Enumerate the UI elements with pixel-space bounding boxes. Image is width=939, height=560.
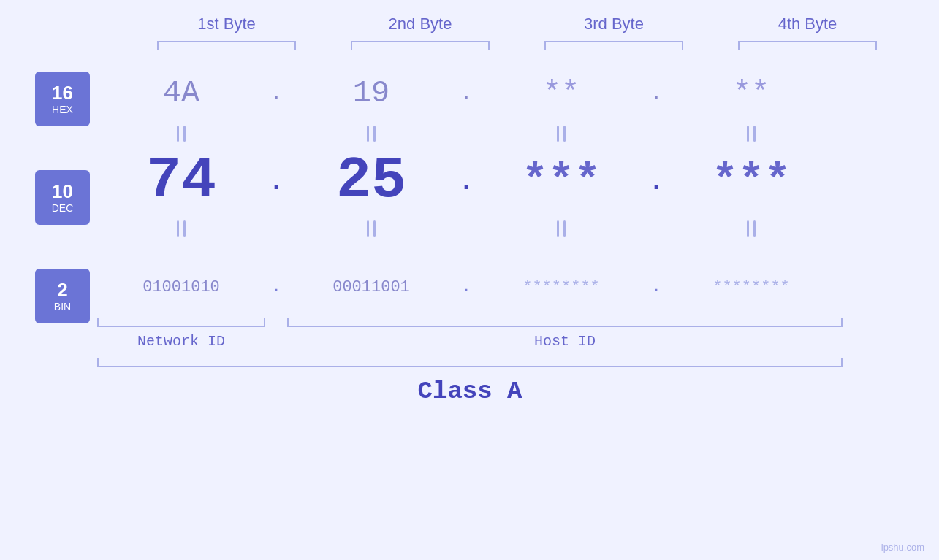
badges-column: 16 HEX 10 DEC 2 BIN [0, 64, 90, 367]
double-bar-5 [177, 220, 186, 237]
id-labels-container: Network ID Host ID [97, 333, 843, 350]
bin-dot-2: . [455, 278, 477, 296]
dec-value-4: *** [712, 156, 791, 206]
double-bar-3 [557, 126, 566, 142]
page-container: 1st Byte 2nd Byte 3rd Byte 4th Byte 16 H… [0, 0, 939, 560]
bin-cell-1: 01001010 [97, 278, 265, 296]
hex-cell-2: 19 [287, 76, 455, 111]
dec-cell-1: 74 [97, 152, 265, 210]
id-label-gap [265, 333, 287, 350]
dec-cell-3: *** [477, 156, 645, 206]
badge-bin: 2 BIN [35, 269, 90, 323]
byte-label-1: 1st Byte [142, 15, 311, 34]
hex-dot-3: . [645, 81, 667, 106]
bracket-3 [544, 41, 683, 50]
badge-bin-label: BIN [54, 301, 71, 312]
double-bar-6 [367, 220, 376, 237]
bin-value-3: ******** [522, 278, 600, 296]
bottom-bracket-gap-1 [265, 318, 287, 327]
bottom-bracket-network [97, 318, 265, 327]
dec-data-row: 74 . 25 . *** . *** [97, 145, 843, 218]
badge-dec-number: 10 [52, 181, 73, 202]
class-label-container: Class A [97, 377, 843, 405]
byte-label-3: 3rd Byte [530, 15, 698, 34]
sep-cell-3 [477, 126, 645, 142]
dec-value-2: 25 [336, 152, 406, 210]
network-id-label: Network ID [97, 333, 265, 350]
hex-cell-4: ** [667, 76, 835, 111]
sep-cell-8 [667, 220, 835, 237]
byte-label-2: 2nd Byte [336, 15, 504, 34]
bin-value-4: ******** [712, 278, 790, 296]
dec-dot-3: . [645, 165, 667, 198]
hex-value-3: ** [543, 76, 579, 111]
badge-bin-number: 2 [57, 280, 67, 301]
badge-hex: 16 HEX [35, 72, 90, 126]
bin-dot-1: . [265, 278, 287, 296]
double-bar-7 [557, 220, 566, 237]
dec-dot-2: . [455, 165, 477, 198]
bin-value-2: 00011001 [332, 278, 410, 296]
bin-cell-2: 00011001 [287, 278, 455, 296]
badge-hex-label: HEX [52, 104, 73, 115]
dec-dot-1: . [265, 165, 287, 198]
double-bar-2 [367, 126, 376, 142]
top-brackets-row [130, 41, 905, 50]
dec-cell-2: 25 [287, 152, 455, 210]
data-area: 16 HEX 10 DEC 2 BIN 4A . [0, 64, 939, 405]
class-label: Class A [418, 377, 522, 405]
sep-cell-7 [477, 220, 645, 237]
hex-value-4: ** [733, 76, 769, 111]
hex-dot-2: . [455, 81, 477, 106]
hex-cell-1: 4A [97, 76, 265, 111]
dec-value-3: *** [522, 156, 601, 206]
rows-wrapper: 4A . 19 . ** . ** [97, 64, 843, 405]
bracket-4 [738, 41, 877, 50]
byte-label-4: 4th Byte [723, 15, 892, 34]
bracket-2 [351, 41, 490, 50]
full-bottom-bracket [97, 358, 843, 367]
bin-value-1: 01001010 [142, 278, 220, 296]
hex-data-row: 4A . 19 . ** . ** [97, 64, 843, 123]
hex-cell-3: ** [477, 76, 645, 111]
double-bar-8 [747, 220, 756, 237]
sep-cell-2 [287, 126, 455, 142]
hex-value-2: 19 [353, 76, 389, 111]
sep-cell-4 [667, 126, 835, 142]
dec-cell-4: *** [667, 156, 835, 206]
hex-dot-1: . [265, 81, 287, 106]
bin-dot-3: . [645, 278, 667, 296]
separator-row-1 [97, 123, 843, 145]
badge-hex-number: 16 [52, 83, 73, 104]
hex-value-1: 4A [163, 76, 199, 111]
bracket-1 [157, 41, 296, 50]
sep-cell-5 [97, 220, 265, 237]
separator-row-2 [97, 218, 843, 239]
bottom-brackets-container [97, 318, 843, 327]
bin-data-row: 01001010 . 00011001 . ******** . [97, 261, 843, 312]
host-id-label: Host ID [287, 333, 843, 350]
double-bar-1 [177, 126, 186, 142]
bottom-bracket-host [287, 318, 843, 327]
badge-dec-label: DEC [52, 202, 74, 214]
double-bar-4 [747, 126, 756, 142]
dec-value-1: 74 [146, 152, 216, 210]
sep-cell-6 [287, 220, 455, 237]
byte-labels-row: 1st Byte 2nd Byte 3rd Byte 4th Byte [130, 15, 905, 34]
watermark: ipshu.com [881, 542, 924, 553]
bin-cell-3: ******** [477, 278, 645, 296]
badge-dec: 10 DEC [35, 170, 90, 225]
bin-cell-4: ******** [667, 278, 835, 296]
sep-cell-1 [97, 126, 265, 142]
